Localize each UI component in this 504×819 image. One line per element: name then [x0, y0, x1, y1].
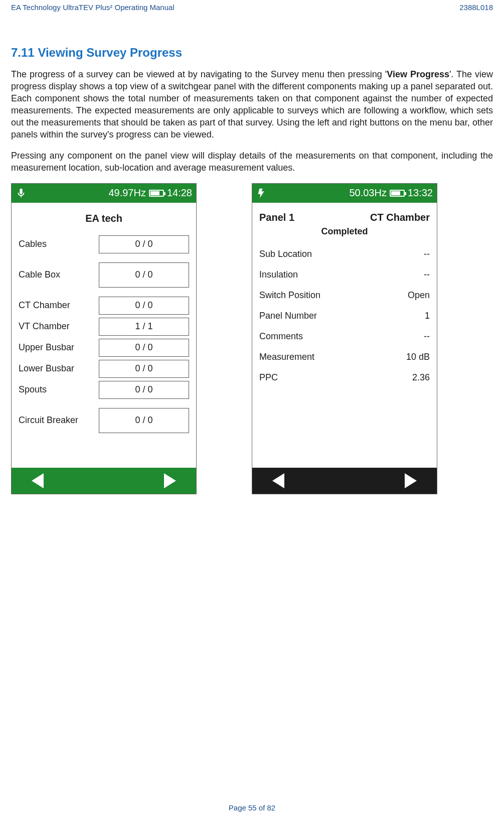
- label-switch-position: Switch Position: [259, 290, 320, 301]
- p1-bold: View Progress: [387, 69, 449, 79]
- nav-bar: [252, 468, 437, 494]
- component-detail-body: Panel 1 CT Chamber Completed Sub Locatio…: [252, 203, 437, 468]
- row-measurement: Measurement 10 dB: [259, 352, 430, 362]
- label-ppc: PPC: [259, 372, 278, 383]
- label-circuit-breaker: Circuit Breaker: [19, 415, 99, 426]
- label-measurement: Measurement: [259, 352, 314, 362]
- bolt-icon: [256, 187, 267, 200]
- value-ppc: 2.36: [412, 372, 430, 383]
- doc-header-right: 2388L018: [459, 3, 493, 12]
- box-ct-chamber[interactable]: 0 / 0: [99, 297, 189, 315]
- value-measurement: 10 dB: [406, 352, 430, 362]
- doc-header: EA Technology UltraTEV Plus² Operating M…: [11, 0, 493, 12]
- row-ct-chamber: CT Chamber 0 / 0: [19, 297, 189, 315]
- component-name: CT Chamber: [370, 212, 430, 223]
- panel-progress-body: EA tech Cables 0 / 0 Cable Box 0 / 0 CT …: [12, 203, 196, 468]
- section-title: 7.11 Viewing Survey Progress: [11, 46, 493, 60]
- row-sub-location: Sub Location --: [259, 249, 430, 259]
- page-footer: Page 55 of 82: [0, 803, 504, 812]
- row-insulation: Insulation --: [259, 269, 430, 280]
- mic-icon: [16, 187, 27, 200]
- row-ppc: PPC 2.36: [259, 372, 430, 383]
- panel-progress-screen: 49.97Hz 14:28 EA tech Cables 0 / 0 Cable…: [11, 183, 197, 494]
- value-sub-location: --: [424, 249, 430, 259]
- status-time: 14:28: [167, 187, 192, 199]
- battery-icon: [390, 190, 405, 197]
- label-spouts: Spouts: [19, 384, 99, 395]
- row-vt-chamber: VT Chamber 1 / 1: [19, 318, 189, 336]
- box-lower-busbar[interactable]: 0 / 0: [99, 360, 189, 378]
- panel-title: EA tech: [19, 213, 189, 224]
- status-time: 13:32: [408, 187, 433, 199]
- box-cables[interactable]: 0 / 0: [99, 235, 189, 253]
- value-switch-position: Open: [408, 290, 430, 301]
- box-upper-busbar[interactable]: 0 / 0: [99, 339, 189, 357]
- status-bar: 49.97Hz 14:28: [12, 184, 196, 203]
- paragraph-2: Pressing any component on the panel view…: [11, 150, 493, 174]
- status-hz: 49.97Hz: [108, 187, 146, 199]
- label-vt-chamber: VT Chamber: [19, 321, 99, 332]
- detail-header: Panel 1 CT Chamber: [259, 212, 430, 223]
- label-lower-busbar: Lower Busbar: [19, 363, 99, 374]
- box-cable-box[interactable]: 0 / 0: [99, 262, 189, 288]
- nav-next-icon[interactable]: [405, 473, 417, 488]
- screenshots-row: 49.97Hz 14:28 EA tech Cables 0 / 0 Cable…: [11, 183, 493, 494]
- label-sub-location: Sub Location: [259, 249, 312, 259]
- doc-header-left: EA Technology UltraTEV Plus² Operating M…: [11, 3, 175, 12]
- label-ct-chamber: CT Chamber: [19, 300, 99, 311]
- panel-name: Panel 1: [259, 212, 294, 223]
- row-lower-busbar: Lower Busbar 0 / 0: [19, 360, 189, 378]
- nav-next-icon[interactable]: [164, 473, 176, 488]
- box-circuit-breaker[interactable]: 0 / 0: [99, 408, 189, 433]
- label-panel-number: Panel Number: [259, 311, 317, 321]
- nav-prev-icon[interactable]: [32, 473, 44, 488]
- nav-bar: [12, 468, 196, 494]
- component-detail-screen: 50.03Hz 13:32 Panel 1 CT Chamber Complet…: [252, 183, 437, 494]
- box-vt-chamber[interactable]: 1 / 1: [99, 318, 189, 336]
- value-comments: --: [424, 331, 430, 342]
- row-cables: Cables 0 / 0: [19, 235, 189, 253]
- label-insulation: Insulation: [259, 269, 298, 280]
- row-circuit-breaker: Circuit Breaker 0 / 0: [19, 408, 189, 433]
- status-label: Completed: [259, 226, 430, 237]
- row-comments: Comments --: [259, 331, 430, 342]
- status-hz: 50.03Hz: [349, 187, 387, 199]
- value-insulation: --: [424, 269, 430, 280]
- value-panel-number: 1: [425, 311, 430, 321]
- row-spouts: Spouts 0 / 0: [19, 381, 189, 399]
- row-upper-busbar: Upper Busbar 0 / 0: [19, 339, 189, 357]
- label-comments: Comments: [259, 331, 303, 342]
- label-upper-busbar: Upper Busbar: [19, 342, 99, 353]
- row-panel-number: Panel Number 1: [259, 311, 430, 321]
- nav-prev-icon[interactable]: [272, 473, 284, 488]
- paragraph-1: The progress of a survey can be viewed a…: [11, 69, 493, 141]
- row-cable-box: Cable Box 0 / 0: [19, 262, 189, 288]
- box-spouts[interactable]: 0 / 0: [99, 381, 189, 399]
- status-bar: 50.03Hz 13:32: [252, 184, 437, 203]
- p1-b: '. The view progress display shows a top…: [11, 69, 493, 140]
- label-cables: Cables: [19, 239, 99, 249]
- row-switch-position: Switch Position Open: [259, 290, 430, 301]
- battery-icon: [149, 190, 164, 197]
- p1-a: The progress of a survey can be viewed a…: [11, 69, 387, 79]
- label-cable-box: Cable Box: [19, 269, 99, 280]
